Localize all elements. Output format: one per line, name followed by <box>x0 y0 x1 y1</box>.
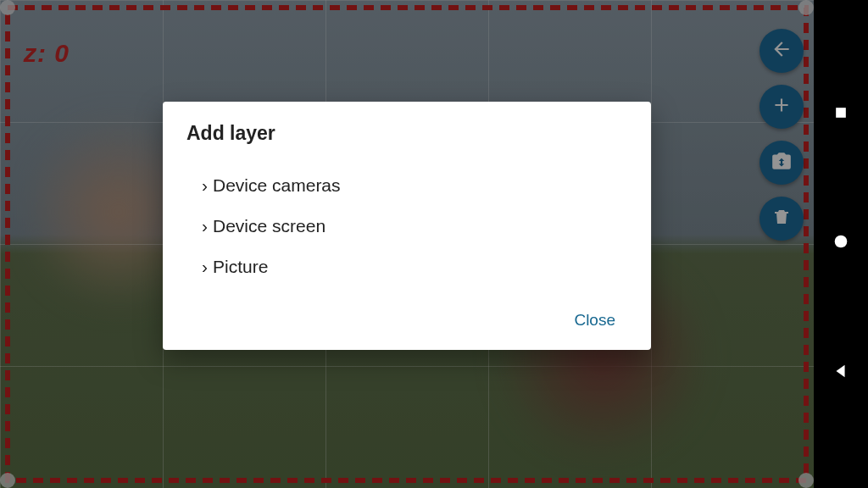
system-nav-bar <box>814 0 868 488</box>
triangle-back-icon <box>832 369 850 383</box>
option-label: Picture <box>213 257 268 276</box>
dialog-actions: Close <box>186 302 627 338</box>
dialog-title: Add layer <box>186 122 627 145</box>
chevron-right-icon: › <box>202 175 208 195</box>
dialog-option-list: ›Device cameras ›Device screen ›Picture <box>186 165 627 287</box>
chevron-right-icon: › <box>202 216 208 236</box>
chevron-right-icon: › <box>202 257 208 276</box>
option-label: Device screen <box>213 216 326 236</box>
svg-rect-1 <box>836 108 846 118</box>
option-picture[interactable]: ›Picture <box>186 247 627 287</box>
nav-recent-button[interactable] <box>832 104 849 125</box>
nav-home-button[interactable] <box>832 232 850 254</box>
option-label: Device cameras <box>213 175 341 195</box>
circle-icon <box>832 239 850 253</box>
nav-back-button[interactable] <box>832 362 850 384</box>
option-device-cameras[interactable]: ›Device cameras <box>186 165 627 206</box>
option-device-screen[interactable]: ›Device screen <box>186 206 627 247</box>
add-layer-dialog: Add layer ›Device cameras ›Device screen… <box>163 102 651 350</box>
square-icon <box>832 109 849 124</box>
svg-point-2 <box>835 236 848 248</box>
close-button[interactable]: Close <box>562 302 627 338</box>
